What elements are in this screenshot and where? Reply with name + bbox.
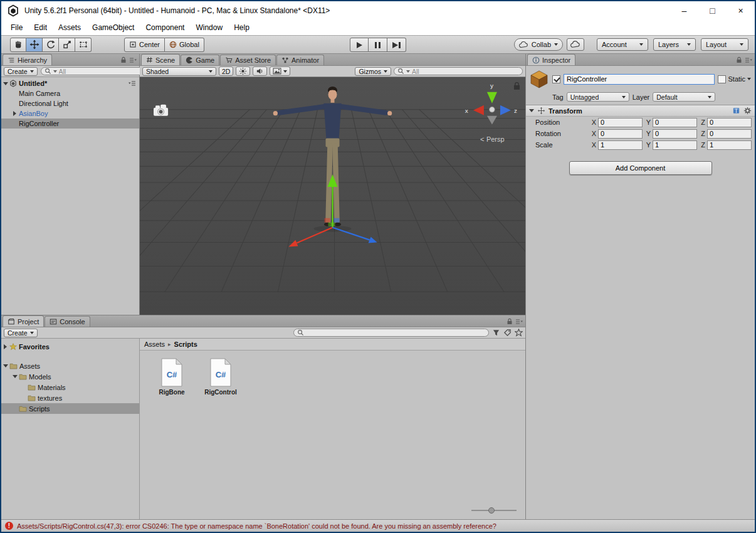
audio-toggle-button[interactable] bbox=[253, 66, 267, 76]
move-tool-button[interactable] bbox=[26, 38, 43, 52]
hierarchy-item-directional-light[interactable]: Directional Light bbox=[1, 98, 139, 108]
hand-tool-button[interactable] bbox=[10, 38, 26, 52]
foldout-open-icon[interactable] bbox=[3, 364, 8, 367]
tree-item-scripts[interactable]: Scripts bbox=[1, 403, 139, 414]
search-by-label-icon[interactable] bbox=[503, 329, 512, 337]
panel-menu-icon[interactable] bbox=[129, 57, 137, 63]
help-book-icon[interactable] bbox=[732, 107, 740, 115]
position-y-field[interactable] bbox=[653, 118, 697, 127]
tab-inspector[interactable]: Inspector bbox=[527, 54, 575, 65]
rotation-y-field[interactable] bbox=[653, 129, 697, 139]
effects-dropdown-button[interactable] bbox=[270, 66, 290, 76]
tag-dropdown[interactable]: Untagged bbox=[567, 92, 629, 102]
lock-icon[interactable] bbox=[507, 318, 513, 325]
lock-icon[interactable] bbox=[736, 56, 742, 63]
gizmo-center[interactable] bbox=[490, 107, 495, 112]
play-button[interactable] bbox=[350, 38, 369, 52]
menu-assets[interactable]: Assets bbox=[53, 23, 87, 32]
scale-z-field[interactable] bbox=[707, 140, 752, 150]
scene-root-row[interactable]: Untitled* bbox=[1, 78, 139, 88]
minimize-button[interactable]: – bbox=[670, 1, 698, 20]
account-dropdown[interactable]: Account bbox=[597, 38, 648, 51]
scene-options-icon[interactable] bbox=[129, 80, 136, 87]
slider-thumb[interactable] bbox=[488, 507, 495, 514]
close-button[interactable]: × bbox=[727, 1, 755, 20]
menu-file[interactable]: File bbox=[5, 23, 28, 32]
menu-window[interactable]: Window bbox=[190, 23, 228, 32]
object-name-field[interactable] bbox=[564, 74, 715, 85]
menu-edit[interactable]: Edit bbox=[28, 23, 53, 32]
breadcrumb-assets[interactable]: Assets bbox=[144, 340, 165, 348]
menu-component[interactable]: Component bbox=[140, 23, 190, 32]
cloud-services-button[interactable] bbox=[567, 38, 584, 51]
favorites-star-icon[interactable] bbox=[515, 329, 523, 337]
status-bar[interactable]: ! Assets/Scripts/RigControl.cs(47,3): er… bbox=[1, 519, 755, 532]
hierarchy-item-asianboy[interactable]: AsianBoy bbox=[1, 108, 139, 119]
move-gizmo-xy-plane[interactable] bbox=[334, 218, 340, 223]
hierarchy-search-input[interactable] bbox=[59, 68, 144, 75]
move-gizmo-yz-plane[interactable] bbox=[324, 218, 330, 223]
file-rigcontrol[interactable]: C# RigControl bbox=[202, 358, 239, 396]
hierarchy-item-rigcontroller[interactable]: RigController bbox=[1, 119, 139, 129]
search-by-type-icon[interactable] bbox=[492, 329, 500, 337]
persp-label[interactable]: < Persp bbox=[480, 135, 505, 143]
file-rigbone[interactable]: C# RigBone bbox=[154, 358, 190, 396]
hierarchy-search[interactable] bbox=[41, 67, 147, 75]
transform-component-header[interactable]: Transform bbox=[526, 105, 755, 117]
menu-gameobject[interactable]: GameObject bbox=[87, 23, 140, 32]
static-toggle[interactable]: Static bbox=[718, 75, 751, 83]
tree-item-assets[interactable]: Assets bbox=[1, 361, 139, 371]
tab-hierarchy[interactable]: Hierarchy bbox=[3, 54, 52, 65]
lock-icon[interactable] bbox=[120, 56, 127, 63]
pause-button[interactable] bbox=[369, 38, 387, 52]
hierarchy-item-main-camera[interactable]: Main Camera bbox=[1, 88, 139, 98]
static-checkbox[interactable] bbox=[718, 75, 726, 83]
lighting-toggle-button[interactable] bbox=[236, 66, 250, 76]
move-gizmo-xz-plane[interactable] bbox=[328, 223, 335, 226]
gear-icon[interactable] bbox=[743, 107, 752, 115]
project-search-input[interactable] bbox=[306, 329, 485, 337]
foldout-closed-icon[interactable] bbox=[13, 111, 16, 116]
scene-viewport[interactable]: y x z < Persp bbox=[140, 77, 525, 315]
breadcrumb-current[interactable]: Scripts bbox=[174, 340, 197, 348]
scale-tool-button[interactable] bbox=[59, 38, 75, 52]
step-button[interactable] bbox=[387, 38, 406, 52]
thumbnail-zoom-slider[interactable] bbox=[471, 507, 517, 514]
tab-game[interactable]: Game bbox=[181, 55, 219, 65]
rect-tool-button[interactable] bbox=[75, 38, 92, 52]
pivot-center-button[interactable]: Center bbox=[124, 38, 165, 52]
camera-gizmo-icon[interactable] bbox=[154, 105, 168, 116]
favorites-row[interactable]: Favorites bbox=[1, 341, 139, 352]
tab-asset-store[interactable]: Asset Store bbox=[220, 55, 276, 65]
tree-item-models[interactable]: Models bbox=[1, 371, 139, 382]
rotate-tool-button[interactable] bbox=[43, 38, 59, 52]
project-search[interactable] bbox=[293, 329, 489, 337]
tree-item-materials[interactable]: Materials bbox=[1, 382, 139, 393]
pivot-global-button[interactable]: Global bbox=[165, 38, 204, 52]
layers-dropdown[interactable]: Layers bbox=[653, 38, 696, 51]
position-x-field[interactable] bbox=[598, 118, 643, 127]
scene-search-input[interactable] bbox=[412, 68, 519, 75]
foldout-open-icon[interactable] bbox=[13, 375, 18, 378]
gizmos-dropdown[interactable]: Gizmos bbox=[355, 67, 391, 76]
2d-toggle-button[interactable]: 2D bbox=[219, 66, 233, 76]
layer-dropdown[interactable]: Default bbox=[653, 92, 715, 102]
layout-dropdown[interactable]: Layout bbox=[701, 38, 748, 51]
add-component-button[interactable]: Add Component bbox=[569, 161, 712, 175]
hierarchy-create-button[interactable]: Create bbox=[4, 67, 38, 76]
collab-button[interactable]: Collab bbox=[514, 38, 563, 51]
draw-mode-dropdown[interactable]: Shaded bbox=[142, 67, 216, 76]
tree-item-textures[interactable]: textures bbox=[1, 393, 139, 403]
project-create-button[interactable]: Create bbox=[4, 329, 38, 337]
maximize-button[interactable]: □ bbox=[698, 1, 727, 20]
panel-menu-icon[interactable] bbox=[515, 319, 523, 325]
tab-project[interactable]: Project bbox=[3, 315, 44, 327]
foldout-open-icon[interactable] bbox=[529, 109, 534, 112]
menu-help[interactable]: Help bbox=[228, 23, 255, 32]
active-checkbox[interactable] bbox=[552, 75, 560, 83]
fo ldout-closed-icon[interactable] bbox=[4, 344, 7, 349]
tab-console[interactable]: Console bbox=[45, 316, 90, 327]
scale-y-field[interactable] bbox=[653, 140, 697, 150]
position-z-field[interactable] bbox=[707, 118, 752, 127]
tab-animator[interactable]: Animator bbox=[276, 55, 324, 65]
